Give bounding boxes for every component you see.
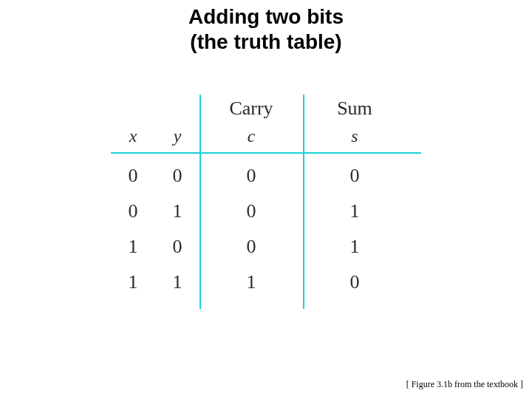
cell-y: 1 bbox=[155, 200, 200, 222]
cell-c: 0 bbox=[200, 200, 303, 222]
cell-y: 0 bbox=[155, 165, 200, 187]
header-sum: Sum bbox=[303, 98, 406, 120]
cell-c: 1 bbox=[200, 271, 303, 293]
cell-y: 1 bbox=[155, 271, 200, 293]
header-c: c bbox=[200, 126, 303, 146]
cell-s: 0 bbox=[303, 165, 406, 187]
cell-y: 0 bbox=[155, 236, 200, 258]
horizontal-rule bbox=[111, 152, 421, 154]
table-header-vars: x y c s bbox=[111, 123, 421, 149]
cell-c: 0 bbox=[200, 165, 303, 187]
figure-caption: [ Figure 3.1b from the textbook ] bbox=[406, 379, 523, 390]
table-row: 0 0 0 0 bbox=[111, 158, 421, 194]
table-row: 0 1 0 1 bbox=[111, 194, 421, 229]
cell-x: 0 bbox=[111, 200, 155, 222]
cell-x: 1 bbox=[111, 271, 155, 293]
vertical-rule-1 bbox=[200, 95, 201, 309]
header-y: y bbox=[155, 126, 200, 146]
cell-x: 0 bbox=[111, 165, 155, 187]
truth-table: Carry Sum x y c s 0 0 0 0 0 1 0 1 1 0 0 … bbox=[111, 95, 421, 309]
cell-s: 0 bbox=[303, 271, 406, 293]
header-s: s bbox=[303, 126, 406, 146]
cell-c: 0 bbox=[200, 236, 303, 258]
cell-s: 1 bbox=[303, 200, 406, 222]
cell-x: 1 bbox=[111, 236, 155, 258]
cell-s: 1 bbox=[303, 236, 406, 258]
header-carry: Carry bbox=[200, 98, 303, 120]
table-row: 1 1 1 0 bbox=[111, 265, 421, 300]
vertical-rule-2 bbox=[303, 95, 304, 309]
table-row: 1 0 0 1 bbox=[111, 229, 421, 265]
page-title: Adding two bits (the truth table) bbox=[0, 0, 532, 54]
table-header-top: Carry Sum bbox=[111, 95, 421, 123]
header-x: x bbox=[111, 126, 155, 146]
